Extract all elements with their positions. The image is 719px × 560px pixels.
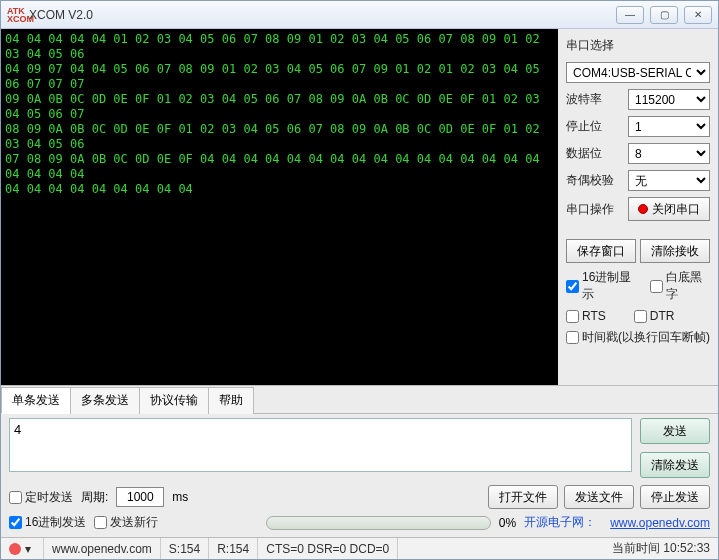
tab-multi-send[interactable]: 多条发送 <box>70 387 140 414</box>
tab-help[interactable]: 帮助 <box>208 387 254 414</box>
status-sent: S:154 <box>161 538 209 559</box>
period-label: 周期: <box>81 489 108 506</box>
app-window: ATKXCOM XCOM V2.0 — ▢ ✕ 04 04 04 04 04 0… <box>0 0 719 560</box>
send-newline-checkbox[interactable] <box>94 516 107 529</box>
status-url[interactable]: www.openedv.com <box>44 538 161 559</box>
databit-select[interactable]: 8 <box>628 143 710 164</box>
status-dot-icon <box>9 543 21 555</box>
bw-checkbox[interactable] <box>650 280 663 293</box>
send-textarea[interactable]: 4 <box>9 418 632 472</box>
hex-send-checkbox[interactable] <box>9 516 22 529</box>
rts-checkbox[interactable] <box>566 310 579 323</box>
serial-console[interactable]: 04 04 04 04 04 01 02 03 04 05 06 07 08 0… <box>1 29 558 385</box>
tab-single-send[interactable]: 单条发送 <box>1 387 71 414</box>
send-file-button[interactable]: 发送文件 <box>564 485 634 509</box>
stop-send-button[interactable]: 停止发送 <box>640 485 710 509</box>
data-label: 数据位 <box>566 145 602 162</box>
titlebar: ATKXCOM XCOM V2.0 — ▢ ✕ <box>1 1 718 29</box>
tab-protocol[interactable]: 协议传输 <box>139 387 209 414</box>
lower-panel: 单条发送 多条发送 协议传输 帮助 4 发送 清除发送 定时发送 周期: ms … <box>1 385 718 537</box>
link-label: 开源电子网： <box>524 514 596 531</box>
op-label: 串口操作 <box>566 201 614 218</box>
side-panel: 串口选择 COM4:USB-SERIAL CH340 波特率 115200 停止… <box>558 29 718 385</box>
minimize-button[interactable]: — <box>616 6 644 24</box>
parity-label: 奇偶校验 <box>566 172 614 189</box>
window-title: XCOM V2.0 <box>29 8 93 22</box>
status-time: 当前时间 10:52:33 <box>604 538 718 559</box>
record-icon <box>638 204 648 214</box>
status-bar: ▾ www.openedv.com S:154 R:154 CTS=0 DSR=… <box>1 537 718 559</box>
hex-display-checkbox[interactable] <box>566 280 579 293</box>
progress-percent: 0% <box>499 516 516 530</box>
close-port-button[interactable]: 关闭串口 <box>628 197 710 221</box>
clear-receive-button[interactable]: 清除接收 <box>640 239 710 263</box>
parity-select[interactable]: 无 <box>628 170 710 191</box>
dtr-checkbox[interactable] <box>634 310 647 323</box>
save-window-button[interactable]: 保存窗口 <box>566 239 636 263</box>
status-indicator: ▾ <box>1 538 44 559</box>
baud-select[interactable]: 115200 <box>628 89 710 110</box>
stopbit-select[interactable]: 1 <box>628 116 710 137</box>
stop-label: 停止位 <box>566 118 602 135</box>
timestamp-checkbox[interactable] <box>566 331 579 344</box>
tabs: 单条发送 多条发送 协议传输 帮助 <box>1 386 718 414</box>
port-select[interactable]: COM4:USB-SERIAL CH340 <box>566 62 710 83</box>
port-select-label: 串口选择 <box>566 37 710 54</box>
progress-bar <box>266 516 490 530</box>
status-signals: CTS=0 DSR=0 DCD=0 <box>258 538 398 559</box>
status-received: R:154 <box>209 538 258 559</box>
app-icon: ATKXCOM <box>7 7 23 23</box>
timed-send-checkbox[interactable] <box>9 491 22 504</box>
send-button[interactable]: 发送 <box>640 418 710 444</box>
period-unit: ms <box>172 490 188 504</box>
maximize-button[interactable]: ▢ <box>650 6 678 24</box>
period-input[interactable] <box>116 487 164 507</box>
open-file-button[interactable]: 打开文件 <box>488 485 558 509</box>
site-link[interactable]: www.openedv.com <box>610 516 710 530</box>
baud-label: 波特率 <box>566 91 602 108</box>
clear-send-button[interactable]: 清除发送 <box>640 452 710 478</box>
close-button[interactable]: ✕ <box>684 6 712 24</box>
